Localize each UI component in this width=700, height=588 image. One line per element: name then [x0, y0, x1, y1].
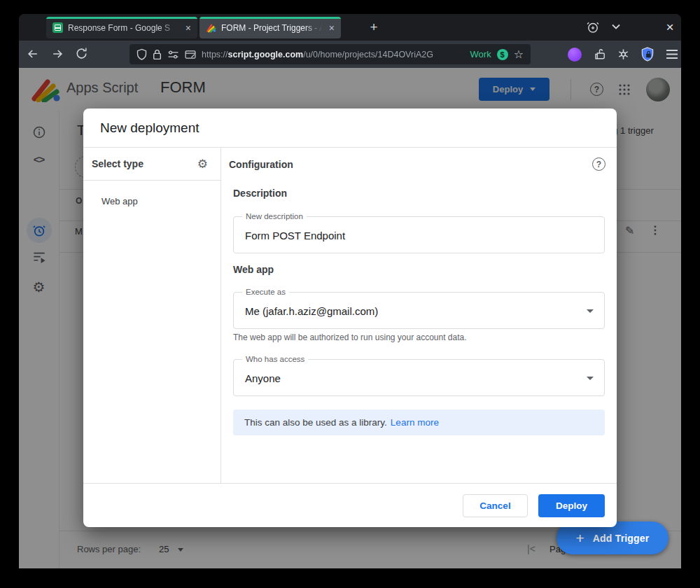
- url-text: https://script.google.com/u/0/home/proje…: [202, 50, 465, 59]
- learn-more-link[interactable]: Learn more: [391, 417, 439, 428]
- new-deployment-dialog: New deployment Select type ⚙ Web app Con…: [83, 108, 617, 527]
- deployment-settings-gear-icon[interactable]: ⚙: [197, 158, 208, 170]
- close-tab-icon[interactable]: ×: [328, 23, 335, 33]
- container-label: Work: [470, 49, 491, 59]
- google-sheets-icon: [52, 22, 63, 33]
- apps-script-icon: [206, 22, 216, 33]
- alarm-extension-icon[interactable]: [586, 20, 600, 34]
- select-type-header: Select type: [92, 158, 144, 169]
- window-close-icon[interactable]: ×: [662, 19, 678, 36]
- apps-script-page: Apps Script FORM Deploy ? <>: [19, 68, 681, 568]
- select-type-panel: Select type ⚙ Web app: [83, 148, 221, 483]
- tracking-shield-icon[interactable]: [136, 48, 147, 60]
- bookmark-star-icon[interactable]: ☆: [514, 49, 524, 60]
- close-tab-icon[interactable]: ×: [185, 23, 192, 33]
- who-has-access-value: Anyone: [245, 372, 281, 384]
- library-info-box: This can also be used as a library. Lear…: [233, 410, 605, 435]
- tab-list-chevron-icon[interactable]: [611, 23, 621, 30]
- browser-toolbar: https://script.google.com/u/0/home/proje…: [19, 41, 681, 68]
- lock-icon[interactable]: [153, 49, 162, 60]
- description-field-label: New description: [242, 212, 307, 222]
- description-heading: Description: [233, 188, 287, 199]
- container-stripe: [200, 17, 341, 19]
- browser-window: Response Form - Google S × FORM - Projec…: [19, 14, 681, 568]
- config-help-icon[interactable]: ?: [592, 158, 606, 171]
- extension-shield-lock-icon[interactable]: [640, 47, 654, 62]
- dropdown-caret-icon: [587, 377, 594, 380]
- execute-as-select[interactable]: Execute as Me (jafar.h.aziz@gmail.com): [233, 292, 605, 329]
- permissions-icon[interactable]: [167, 50, 179, 59]
- reload-icon[interactable]: [75, 47, 88, 60]
- dialog-title: New deployment: [100, 120, 200, 136]
- tab-title: Response Form - Google S: [68, 23, 180, 33]
- description-field[interactable]: New description Form POST Endpoint: [233, 216, 605, 253]
- dropdown-caret-icon: [587, 309, 594, 313]
- execute-as-helper: The web app will be authorized to run us…: [233, 332, 467, 342]
- tab-response-form[interactable]: Response Form - Google S ×: [46, 17, 197, 38]
- extension-share-icon[interactable]: [593, 48, 606, 61]
- who-has-access-select[interactable]: Who has access Anyone: [233, 359, 605, 396]
- url-bar[interactable]: https://script.google.com/u/0/home/proje…: [130, 44, 531, 64]
- container-dollar-icon: $: [497, 49, 508, 60]
- configuration-header: Configuration: [229, 159, 293, 170]
- execute-as-label: Execute as: [242, 288, 289, 298]
- forward-icon[interactable]: [50, 47, 64, 61]
- extension-asterisk-icon[interactable]: [617, 48, 630, 61]
- reader-mode-icon[interactable]: [185, 50, 196, 59]
- execute-as-value: Me (jafar.h.aziz@gmail.com): [245, 304, 378, 316]
- who-has-access-label: Who has access: [242, 355, 308, 365]
- dialog-footer: Cancel Deploy: [83, 483, 617, 527]
- tab-bar: Response Form - Google S × FORM - Projec…: [19, 14, 681, 41]
- extension-purple-icon[interactable]: [568, 48, 582, 62]
- tab-project-triggers[interactable]: FORM - Project Triggers - A ×: [200, 17, 341, 38]
- plus-icon: +: [575, 531, 584, 545]
- library-note: This can also be used as a library.: [244, 417, 387, 428]
- type-item-web-app[interactable]: Web app: [102, 196, 220, 206]
- menu-hamburger-icon[interactable]: [666, 49, 678, 59]
- cancel-button[interactable]: Cancel: [463, 494, 528, 517]
- configuration-panel: Configuration ? Description New descript…: [222, 148, 617, 483]
- webapp-heading: Web app: [233, 264, 274, 275]
- deploy-button[interactable]: Deploy: [538, 494, 605, 517]
- description-field-value: Form POST Endpoint: [245, 229, 345, 241]
- container-stripe: [46, 17, 197, 19]
- tab-title: FORM - Project Triggers - A: [221, 23, 323, 33]
- new-tab-button[interactable]: +: [366, 20, 382, 35]
- back-icon[interactable]: [26, 47, 40, 61]
